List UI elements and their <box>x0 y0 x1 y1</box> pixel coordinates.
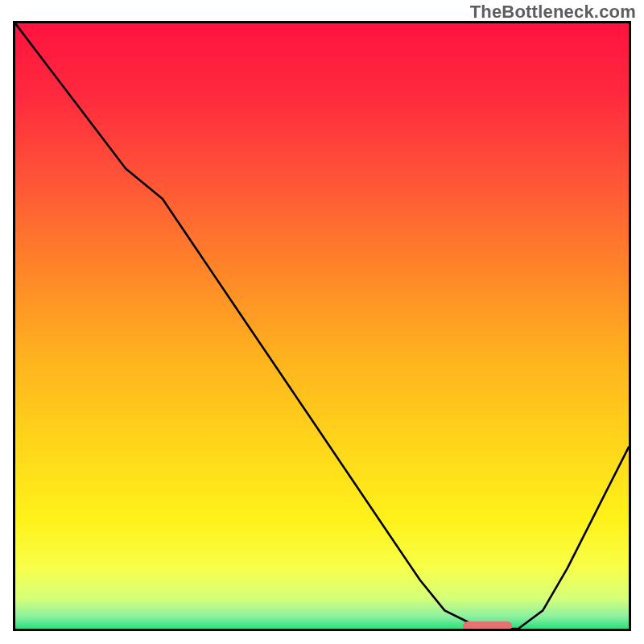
optimal-range-marker <box>463 621 512 630</box>
chart-area <box>13 21 631 631</box>
watermark-text: TheBottleneck.com <box>470 2 636 23</box>
bottleneck-curve <box>15 23 629 629</box>
